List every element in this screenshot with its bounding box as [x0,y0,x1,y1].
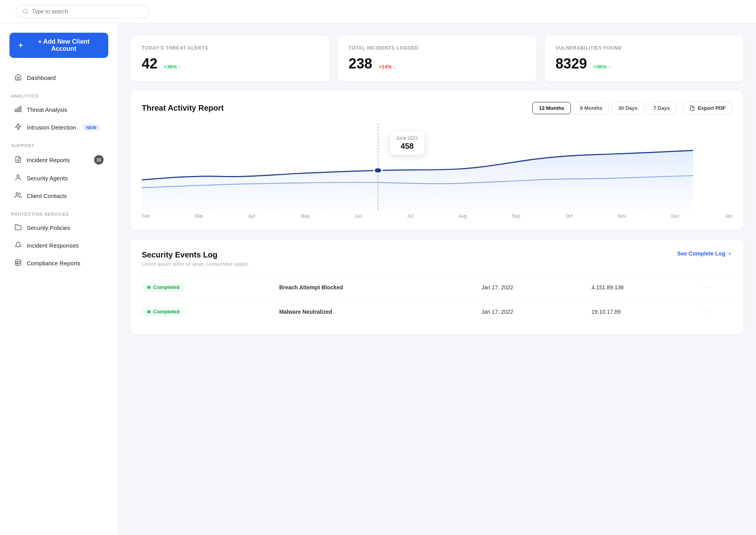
svg-point-11 [16,193,19,195]
chart-controls: 12 Months 6 Months 30 Days 7 Days Export… [532,102,732,114]
folder-icon [14,224,22,232]
month-jul: Jul [407,213,413,219]
month-feb: Feb [142,213,150,219]
person-icon [14,174,22,182]
stat-card-vulnerabilities: VULNERABILITIES FOUND 8329 +36% ↑ [545,36,743,81]
sidebar-item-intrusion-detection[interactable]: Intrusion Detection NEW [3,118,115,136]
svg-line-1 [27,13,28,14]
month-jan: Jan [724,213,732,219]
event-ip-2: 19.10.17.89 [588,300,699,324]
sidebar-item-compliance-reports[interactable]: Compliance Reports [3,254,115,272]
search-bar[interactable] [16,5,150,18]
table-icon [14,259,22,267]
incidents-logged-change: +14% ↓ [378,64,396,70]
event-ip-1: 4.151.89.136 [588,275,699,300]
month-aug: Aug [458,213,467,219]
incident-reports-badge: 15 [94,155,104,165]
sidebar-item-dashboard-label: Dashboard [27,74,56,81]
events-header: Security Events Log Lorem ipsum dolor si… [142,250,732,267]
chart-tab-6months[interactable]: 6 Months [573,102,609,114]
status-badge-1: Completed [142,282,185,292]
plus-icon [17,42,24,49]
home-icon [14,74,22,82]
sidebar-item-security-policies[interactable]: Security Policies [3,219,115,237]
month-nov: Nov [618,213,626,219]
see-complete-log-link[interactable]: See Complete Log [677,250,732,257]
bar-chart-icon [14,106,22,114]
sidebar-item-threat-analysis-label: Threat Analysis [27,106,67,113]
main-layout: + Add New Client Account Dashboard ANALY… [0,23,756,535]
zap-icon [14,123,22,131]
sidebar-item-client-contacts-label: Client Contacts [27,193,67,199]
svg-rect-12 [15,260,21,265]
bell-icon [14,241,22,250]
analytics-section-label: ANALYTICS [0,87,118,101]
chart-tab-30days[interactable]: 30 Days [611,102,644,114]
svg-point-0 [23,9,28,13]
add-client-label: + Add New Client Account [27,38,100,52]
incidents-logged-value: 238 [348,56,372,72]
month-may: May [300,213,309,219]
chart-area: June 2021 458 [142,124,732,210]
event-row-1: Completed Breach Attempt Blocked Jan 17,… [142,275,732,300]
chart-card: Threat Activity Report 12 Months 6 Month… [131,91,743,230]
new-badge: NEW [82,124,100,131]
stat-cards-row: TODAY'S THREAT ALERTS 42 +36% ↑ TOTAL IN… [131,36,743,81]
sidebar-item-dashboard[interactable]: Dashboard [3,69,115,87]
add-client-button[interactable]: + Add New Client Account [9,33,108,58]
sidebar-item-security-agents[interactable]: Security Agents [3,169,115,187]
svg-rect-5 [18,108,19,112]
event-name-2: Malware Neutralized [276,300,478,324]
doc-icon [689,106,695,111]
sidebar-item-incident-responses[interactable]: Incident Responses [3,237,115,254]
event-menu-2[interactable]: ··· [702,307,711,315]
sidebar-item-threat-analysis[interactable]: Threat Analysis [3,101,115,118]
threat-alerts-change: +36% ↑ [164,64,181,70]
svg-rect-6 [15,109,17,112]
chevron-right-icon [727,251,732,256]
sidebar-item-compliance-reports-label: Compliance Reports [27,260,80,267]
chart-tab-12months[interactable]: 12 Months [532,102,571,114]
event-row-2: Completed Malware Neutralized Jan 17, 20… [142,300,732,324]
chart-title: Threat Activity Report [142,104,224,113]
vulnerabilities-change: +36% ↑ [593,64,611,70]
topbar [0,0,756,23]
export-pdf-button[interactable]: Export PDF [683,102,732,114]
month-apr: Apr [248,213,256,219]
chart-svg [142,124,732,210]
event-date-1: Jan 17, 2022 [478,275,589,300]
month-oct: Oct [565,213,573,219]
sidebar-item-client-contacts[interactable]: Client Contacts [3,187,115,205]
sidebar-item-incident-reports[interactable]: Incident Reports 15 [3,150,115,169]
month-mar: Mar [195,213,203,219]
file-bar-icon [14,156,22,164]
svg-point-10 [17,175,19,177]
event-name-1: Breach Attempt Blocked [276,275,478,300]
sidebar: + Add New Client Account Dashboard ANALY… [0,23,118,535]
vulnerabilities-value: 8329 [556,56,587,72]
sidebar-item-intrusion-label: Intrusion Detection [27,124,76,131]
threat-alerts-value: 42 [142,56,158,72]
people-icon [14,192,22,200]
month-sep: Sep [512,213,520,219]
sidebar-item-security-policies-label: Security Policies [27,224,70,231]
events-log-card: Security Events Log Lorem ipsum dolor si… [131,239,743,335]
chart-tab-7days[interactable]: 7 Days [647,102,676,114]
support-section-label: SUPPORT [0,136,118,150]
event-menu-1[interactable]: ··· [702,283,711,291]
main-content: TODAY'S THREAT ALERTS 42 +36% ↑ TOTAL IN… [118,23,756,535]
events-table: Completed Breach Attempt Blocked Jan 17,… [142,275,732,324]
stat-card-threats: TODAY'S THREAT ALERTS 42 +36% ↑ [131,36,330,81]
month-dec: Dec [671,213,680,219]
status-dot-2 [147,310,150,313]
status-badge-2: Completed [142,307,185,317]
events-subtitle: Lorem ipsum dolor sit amet, consectetur … [142,261,249,267]
chart-header: Threat Activity Report 12 Months 6 Month… [142,102,732,114]
protection-section-label: PROTECTION SERVICES [0,205,118,219]
search-icon [22,8,29,15]
search-input[interactable] [32,8,143,15]
chart-months: Feb Mar Apr May Jun Jul Aug Sep Oct Nov … [142,210,732,219]
sidebar-item-incident-reports-label: Incident Reports [27,157,70,163]
event-date-2: Jan 17, 2022 [478,300,589,324]
month-jun: Jun [355,213,362,219]
